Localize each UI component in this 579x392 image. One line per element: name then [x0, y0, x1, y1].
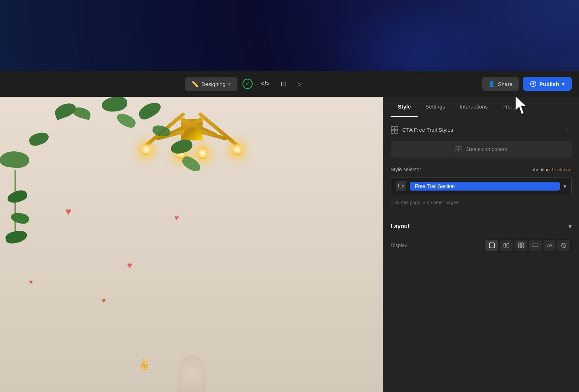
none-icon [561, 242, 567, 248]
style-selector-header: Style selector Inheriting 1 selector [391, 166, 572, 173]
layout-header[interactable]: Layout ▾ [391, 217, 572, 236]
code-icon: </> [261, 80, 270, 87]
svg-rect-12 [518, 243, 521, 245]
display-inline-button[interactable] [529, 240, 542, 251]
svg-rect-14 [518, 246, 521, 248]
selector-chevron-icon: ▾ [563, 183, 566, 190]
display-text-button[interactable]: AA [543, 240, 556, 251]
heart-5: ♥ [102, 297, 106, 305]
selector-dropdown[interactable]: Free Trail Section ▾ [391, 177, 572, 195]
tab-pro[interactable]: Pro... [495, 97, 523, 117]
heart-1: ♥ [65, 206, 72, 217]
svg-rect-9 [489, 243, 494, 248]
comment-button[interactable]: ⊟ [278, 77, 289, 91]
designing-chevron-icon: ▾ [228, 81, 231, 87]
selector-tag: Free Trail Section [410, 182, 560, 191]
selector-icon [396, 181, 406, 191]
toolbar: ✏️ Designing ▾ ✓ </> ⊟ ▷ [0, 71, 579, 97]
light-bulb-left [141, 144, 152, 159]
svg-rect-5 [459, 147, 461, 149]
pencil-icon: ✏️ [191, 81, 199, 87]
canvas-area[interactable]: ♥ ♥ ♥ ♥ ♥ ✌️ [0, 97, 383, 392]
toolbar-right: 👤 Share Publish ▾ [482, 77, 572, 91]
svg-rect-2 [391, 130, 394, 133]
display-none-button[interactable] [557, 240, 570, 251]
light-bulb-center-right [197, 148, 208, 162]
peace-hand: ✌️ [137, 357, 151, 371]
svg-rect-13 [521, 243, 523, 245]
component-section-header: CTA Free Trail Styles ··· [391, 124, 572, 135]
inline-icon [533, 242, 538, 248]
svg-rect-16 [533, 244, 538, 247]
vine-left [0, 170, 44, 260]
publish-chevron-icon: ▾ [562, 81, 564, 87]
selector-count: 1 selector [551, 167, 572, 172]
style-selector-section: Style selector Inheriting 1 selector [391, 166, 572, 205]
play-icon: ▷ [297, 81, 301, 87]
light-bulb-right [232, 144, 242, 159]
person-silhouette [177, 356, 206, 392]
heart-3: ♥ [29, 278, 33, 286]
component-title-row: CTA Free Trail Styles [391, 126, 453, 134]
display-block-button[interactable] [485, 240, 498, 251]
display-flex-row-button[interactable] [500, 240, 513, 251]
create-component-button[interactable]: Create component [391, 141, 572, 158]
component-icon [391, 126, 399, 134]
svg-rect-11 [507, 244, 509, 247]
svg-rect-4 [456, 147, 458, 149]
svg-rect-8 [399, 184, 402, 187]
display-label: Display [391, 242, 407, 248]
main-content: ♥ ♥ ♥ ♥ ♥ ✌️ [0, 97, 579, 392]
toolbar-center: ✏️ Designing ▾ ✓ </> ⊟ ▷ [12, 77, 477, 91]
block-icon [489, 242, 495, 248]
inheriting-info: Inheriting 1 selector [530, 166, 572, 173]
check-icon: ✓ [245, 81, 250, 87]
svg-rect-15 [521, 246, 523, 248]
style-selector-label: Style selector [391, 167, 421, 172]
display-grid-button[interactable] [514, 240, 527, 251]
panel-content: CTA Free Trail Styles ··· Create compone… [383, 117, 579, 392]
display-options: AA [484, 238, 572, 252]
app-window: ✏️ Designing ▾ ✓ </> ⊟ ▷ [0, 71, 579, 392]
divider [391, 214, 572, 214]
right-panel: Style Settings Interactions Pro... [383, 97, 579, 392]
person-icon: 👤 [488, 81, 495, 87]
tab-style[interactable]: Style [391, 97, 418, 117]
share-button[interactable]: 👤 Share [482, 77, 519, 91]
component-dots-menu[interactable]: ··· [563, 124, 572, 135]
panel-tabs: Style Settings Interactions Pro... [383, 97, 579, 117]
svg-rect-0 [391, 126, 394, 129]
layout-title: Layout [391, 223, 409, 230]
preview-button[interactable]: ▷ [294, 78, 304, 90]
publish-icon [530, 81, 537, 87]
code-button[interactable]: </> [258, 77, 273, 90]
heart-4: ♥ [127, 260, 132, 270]
designing-label: Designing [201, 81, 226, 87]
selector-hint: 1 on this page, 3 on other pages. [391, 200, 572, 205]
comment-icon: ⊟ [281, 80, 286, 88]
inheriting-text: Inheriting [530, 167, 550, 172]
flex-row-icon [503, 242, 509, 248]
canvas-image: ♥ ♥ ♥ ♥ ♥ ✌️ [0, 97, 383, 392]
grid-icon [518, 242, 524, 248]
display-row: Display [391, 236, 572, 255]
designing-button[interactable]: ✏️ Designing ▾ [185, 77, 238, 91]
create-component-icon [455, 146, 462, 152]
svg-line-18 [562, 244, 566, 247]
svg-rect-10 [504, 244, 506, 247]
svg-rect-3 [395, 130, 398, 133]
heart-2: ♥ [174, 213, 179, 222]
share-label: Share [498, 81, 513, 87]
publish-label: Publish [539, 81, 559, 87]
tab-settings[interactable]: Settings [418, 97, 452, 117]
svg-rect-1 [395, 126, 398, 129]
publish-button[interactable]: Publish ▾ [523, 77, 572, 91]
tab-interactions[interactable]: Interactions [452, 97, 495, 117]
status-check: ✓ [242, 79, 253, 89]
create-component-label: Create component [465, 146, 507, 152]
component-name: CTA Free Trail Styles [402, 127, 453, 133]
layout-chevron-icon: ▾ [568, 222, 572, 230]
text-aa-icon: AA [547, 243, 552, 248]
svg-rect-7 [459, 150, 461, 152]
layout-section: Layout ▾ Display [391, 217, 572, 255]
